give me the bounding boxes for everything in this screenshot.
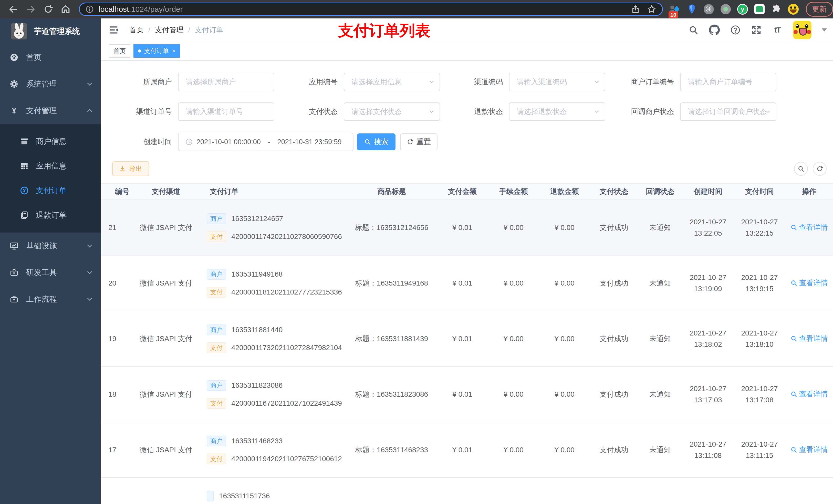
sidebar-item-merchant-info[interactable]: 商户信息 — [0, 129, 101, 154]
cell-notify-status: 未通知 — [638, 279, 682, 288]
sidebar-item-workflow[interactable]: 工作流程 — [0, 286, 101, 312]
breadcrumb-pay[interactable]: 支付管理 — [155, 25, 184, 35]
view-detail-link[interactable]: 查看详情 — [790, 222, 828, 232]
sidebar-item-pay-order[interactable]: 支付订单 — [0, 178, 101, 203]
bookmark-star-icon[interactable] — [647, 4, 657, 14]
merchant-input[interactable] — [178, 73, 274, 91]
site-info-icon[interactable] — [85, 5, 94, 14]
pin-extension-icon[interactable] — [687, 4, 697, 15]
app-select-field[interactable] — [351, 78, 433, 86]
sidebar-toggle-icon[interactable] — [109, 25, 119, 35]
pay-status-select[interactable] — [344, 102, 440, 121]
sidebar-item-system[interactable]: 系统管理 — [0, 71, 101, 97]
merchant-order-no: 1635311468233 — [231, 437, 283, 445]
address-bar[interactable]: localhost:1024/pay/order — [79, 3, 663, 16]
channel-code-field[interactable] — [516, 78, 598, 86]
tags-view-bar: 首页 支付订单 × — [101, 42, 833, 61]
url-text[interactable]: localhost:1024/pay/order — [99, 5, 631, 14]
channel-order-no-field[interactable] — [185, 107, 267, 116]
view-detail-link[interactable]: 查看详情 — [790, 389, 828, 399]
export-button[interactable]: 导出 — [112, 161, 149, 176]
merchant-order-no-field[interactable] — [687, 78, 769, 86]
view-detail-link[interactable]: 查看详情 — [790, 445, 828, 455]
chat-extension-icon[interactable] — [754, 4, 765, 15]
merchant-order-no-input[interactable] — [680, 73, 777, 91]
sidebar-item-home[interactable]: 首页 — [0, 44, 101, 71]
cell-channel: 微信 JSAPI 支付 — [134, 389, 198, 399]
cell-refund: ¥ 0.00 — [539, 390, 590, 399]
refund-status-field[interactable] — [516, 107, 598, 116]
table-row[interactable]: 18 微信 JSAPI 支付 商户 1635311823086 支付 42000… — [101, 367, 833, 422]
reset-button[interactable]: 重置 — [400, 134, 437, 150]
close-icon[interactable]: × — [172, 48, 175, 54]
table-row[interactable]: 20 微信 JSAPI 支付 商户 1635311949168 支付 42000… — [101, 256, 833, 311]
cell-title: 标题：1635311881439 — [347, 334, 437, 344]
share-icon[interactable] — [631, 5, 640, 14]
chevron-down-icon[interactable] — [822, 28, 827, 31]
notify-status-field[interactable] — [687, 107, 769, 116]
fullscreen-icon[interactable] — [751, 25, 762, 35]
y-extension-icon[interactable]: y — [737, 4, 748, 15]
url-host: localhost — [99, 5, 129, 13]
date-separator: - — [264, 138, 274, 146]
update-button[interactable]: 更新 — [806, 2, 833, 17]
user-avatar[interactable] — [793, 21, 811, 39]
sidebar-item-app-info[interactable]: 应用信息 — [0, 154, 101, 178]
puzzle-extensions-icon[interactable] — [771, 4, 782, 15]
tag-home[interactable]: 首页 — [109, 44, 130, 57]
chevron-down-icon — [428, 79, 435, 85]
sidebar-item-pay[interactable]: ¥ 支付管理 — [0, 97, 101, 124]
app-select[interactable] — [344, 73, 440, 91]
pay-status-field[interactable] — [351, 107, 433, 116]
channel-order-no-input[interactable] — [178, 102, 274, 121]
forward-icon[interactable] — [25, 4, 37, 15]
record-extension-icon[interactable] — [720, 4, 731, 15]
breadcrumb-separator: / — [188, 26, 190, 34]
table-row[interactable]: 19 微信 JSAPI 支付 商户 1635311881440 支付 42000… — [101, 311, 833, 367]
help-icon[interactable] — [730, 25, 741, 35]
chevron-up-icon — [86, 107, 93, 114]
tag-label: 支付订单 — [144, 47, 169, 55]
pay-tag: 支付 — [207, 231, 226, 242]
cell-actions: 查看详情 — [785, 334, 833, 344]
font-size-icon[interactable]: tT — [772, 25, 783, 35]
sidebar-item-infra[interactable]: 基础设施 — [0, 233, 101, 259]
view-detail-link[interactable]: 查看详情 — [790, 278, 828, 288]
search-button[interactable]: 搜索 — [357, 134, 396, 150]
toggle-search-button[interactable] — [794, 162, 808, 176]
date-end[interactable]: 2021-10-31 23:59:59 — [278, 138, 342, 146]
back-icon[interactable] — [8, 4, 19, 15]
command-extension-icon[interactable]: ⌘ — [704, 4, 714, 15]
sidebar-item-devtools[interactable]: 研发工具 — [0, 259, 101, 286]
merchant-input-field[interactable] — [185, 78, 267, 86]
channel-code-select[interactable] — [509, 73, 605, 91]
diamond-extension-icon[interactable]: 10 — [670, 4, 680, 15]
reload-icon[interactable] — [43, 4, 54, 15]
chevron-down-icon — [428, 108, 435, 115]
notify-status-select[interactable] — [680, 102, 777, 121]
table-row[interactable]: 1635311151736 — [101, 478, 833, 504]
date-range-picker[interactable]: 2021-10-01 00:00:00 - 2021-10-31 23:59:5… — [178, 133, 354, 151]
emoji-extension-icon[interactable] — [788, 4, 799, 15]
avatar-cheek — [793, 30, 798, 34]
sidebar-item-label: 支付管理 — [26, 105, 57, 116]
home-icon[interactable] — [60, 4, 71, 15]
cell-paid-time: 2021-10-27 13:11:15 — [734, 439, 785, 461]
refund-status-select[interactable] — [509, 102, 605, 121]
tag-pay-order[interactable]: 支付订单 × — [134, 44, 180, 57]
filter-channel-code: 渠道编码 — [448, 73, 605, 91]
cell-status: 支付成功 — [590, 445, 638, 455]
search-icon[interactable] — [688, 25, 699, 35]
view-detail-link[interactable]: 查看详情 — [790, 334, 828, 343]
table-row[interactable]: 21 微信 JSAPI 支付 商户 1635312124657 支付 42000… — [101, 200, 833, 256]
breadcrumb-home[interactable]: 首页 — [129, 25, 144, 35]
date-start[interactable]: 2021-10-01 00:00:00 — [196, 138, 261, 146]
cell-paid-time: 2021-10-27 13:17:08 — [734, 383, 785, 406]
github-icon[interactable] — [709, 25, 720, 35]
filter-app: 应用编号 — [282, 73, 440, 91]
sidebar-item-refund-order[interactable]: 退款订单 — [0, 203, 101, 227]
refresh-button[interactable] — [813, 162, 827, 176]
browser-extensions: 10 ⌘ y — [670, 4, 799, 15]
table-row[interactable]: 17 微信 JSAPI 支付 商户 1635311468233 支付 42000… — [101, 422, 833, 478]
cell-amount: ¥ 0.01 — [437, 335, 488, 343]
